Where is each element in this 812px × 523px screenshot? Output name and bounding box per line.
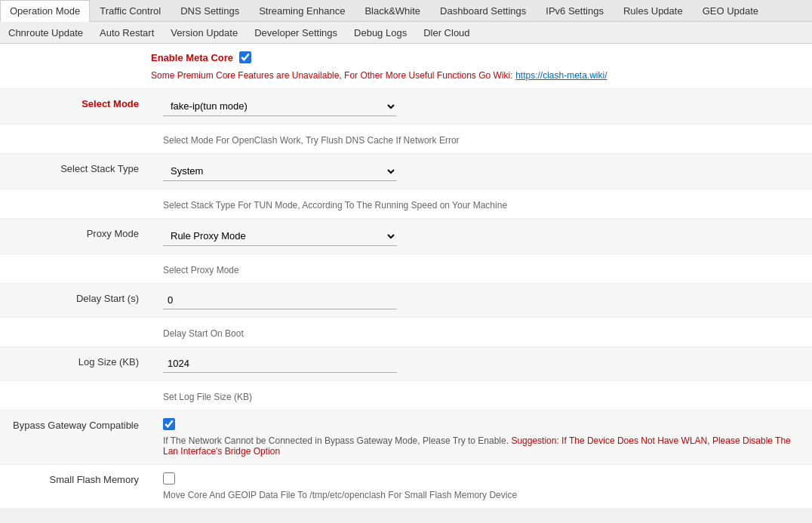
select-stack-desc-row: Select Stack Type For TUN Mode, Accordin… [0, 189, 812, 219]
tab-developer-settings[interactable]: Developer Settings [246, 23, 346, 42]
tab-rules-update[interactable]: Rules Update [614, 0, 693, 21]
tab-auto-restart[interactable]: Auto Restart [91, 23, 162, 42]
tab-dns-settings[interactable]: DNS Settings [171, 0, 249, 21]
tab-chnroute-update[interactable]: Chnroute Update [0, 23, 91, 42]
proxy-mode-row: Proxy Mode Rule Proxy Mode Global Proxy … [0, 219, 812, 254]
tab-bar-bottom: Chnroute Update Auto Restart Version Upd… [0, 22, 812, 44]
tab-ipv6-settings[interactable]: IPv6 Settings [536, 0, 614, 21]
tab-streaming-enhance[interactable]: Streaming Enhance [249, 0, 355, 21]
proxy-mode-desc-row: Select Proxy Mode [0, 254, 812, 284]
select-stack-dropdown[interactable]: System gVisor LWIP [163, 162, 397, 181]
log-size-desc: Set Log File Size (KB) [163, 392, 800, 402]
tab-debug-logs[interactable]: Debug Logs [346, 23, 415, 42]
tab-bar-top: Operation Mode Traffic Control DNS Setti… [0, 0, 812, 22]
tab-traffic-control[interactable]: Traffic Control [90, 0, 171, 21]
meta-core-warning-text: Some Premium Core Features are Unavailab… [151, 70, 513, 81]
log-size-content [151, 347, 812, 380]
bypass-desc-normal: If The Network Cannot be Connected in By… [163, 435, 509, 446]
select-mode-label: Select Mode [0, 89, 151, 118]
delay-start-label: Delay Start (s) [0, 284, 151, 313]
proxy-mode-label: Proxy Mode [0, 219, 151, 248]
log-size-label: Log Size (KB) [0, 347, 151, 377]
enable-meta-core-label: Enable Meta Core [151, 52, 233, 63]
bypass-gateway-label: Bypass Gateway Compatible [0, 411, 151, 440]
tab-version-update[interactable]: Version Update [162, 23, 246, 42]
tab-operation-mode[interactable]: Operation Mode [0, 0, 90, 22]
select-mode-content: fake-ip(tun mode) redir-host(tun mode) f… [151, 89, 812, 124]
small-flash-row: Small Flash Memory Move Core And GEOIP D… [0, 465, 812, 509]
delay-start-desc: Delay Start On Boot [163, 328, 800, 339]
delay-start-desc-row: Delay Start On Boot [0, 318, 812, 347]
tab-dler-cloud[interactable]: Dler Cloud [415, 23, 478, 42]
small-flash-checkbox[interactable] [163, 472, 175, 485]
meta-core-warning-row: Some Premium Core Features are Unavailab… [0, 66, 812, 89]
proxy-mode-desc: Select Proxy Mode [163, 265, 800, 275]
tab-geo-update[interactable]: GEO Update [693, 0, 768, 21]
delay-start-input[interactable] [163, 291, 397, 309]
proxy-mode-content: Rule Proxy Mode Global Proxy Mode Direct… [151, 219, 812, 254]
small-flash-desc: Move Core And GEOIP Data File To /tmp/et… [163, 490, 800, 500]
select-mode-row: Select Mode fake-ip(tun mode) redir-host… [0, 89, 812, 125]
main-content: Enable Meta Core Some Premium Core Featu… [0, 44, 812, 509]
select-stack-label: Select Stack Type [0, 154, 151, 183]
small-flash-label: Small Flash Memory [0, 465, 151, 494]
select-stack-row: Select Stack Type System gVisor LWIP [0, 154, 812, 189]
tab-dashboard-settings[interactable]: Dashboard Settings [430, 0, 536, 21]
select-stack-content: System gVisor LWIP [151, 154, 812, 189]
log-size-row: Log Size (KB) [0, 347, 812, 381]
proxy-mode-dropdown[interactable]: Rule Proxy Mode Global Proxy Mode Direct… [163, 226, 397, 246]
bypass-gateway-content: If The Network Cannot be Connected in By… [151, 411, 812, 464]
bypass-gateway-checkbox[interactable] [163, 418, 175, 430]
small-flash-content: Move Core And GEOIP Data File To /tmp/et… [151, 465, 812, 508]
select-mode-desc: Select Mode For OpenClash Work, Try Flus… [163, 135, 800, 146]
delay-start-content [151, 284, 812, 317]
select-mode-dropdown[interactable]: fake-ip(tun mode) redir-host(tun mode) f… [163, 97, 397, 116]
bypass-gateway-row: Bypass Gateway Compatible If The Network… [0, 411, 812, 465]
delay-start-row: Delay Start (s) [0, 284, 812, 318]
select-mode-desc-row: Select Mode For OpenClash Work, Try Flus… [0, 125, 812, 154]
enable-meta-core-row: Enable Meta Core [0, 44, 812, 66]
bypass-gateway-desc: If The Network Cannot be Connected in By… [163, 435, 800, 457]
log-size-desc-row: Set Log File Size (KB) [0, 381, 812, 411]
tab-black-white[interactable]: Black&White [355, 0, 430, 21]
log-size-input[interactable] [163, 355, 397, 373]
select-stack-desc: Select Stack Type For TUN Mode, Accordin… [163, 200, 800, 211]
meta-core-wiki-link[interactable]: https://clash-meta.wiki/ [515, 70, 607, 81]
enable-meta-core-checkbox[interactable] [239, 51, 251, 63]
